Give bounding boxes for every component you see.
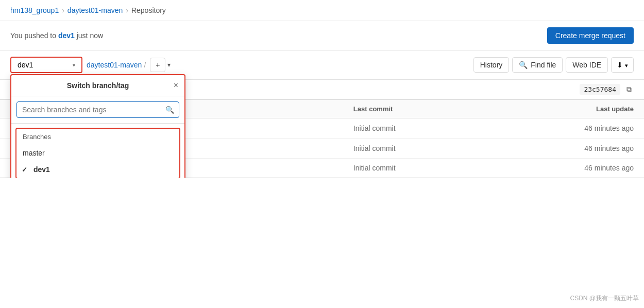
dropdown-close-button[interactable]: × (174, 81, 178, 90)
breadcrumb-sep-2: › (126, 6, 128, 14)
clone-icon: ⬇ (617, 61, 623, 69)
last-commit-cell: Initial commit (343, 159, 485, 178)
branch-label-dev1: dev1 (33, 165, 50, 174)
path-actions: + ▾ (150, 58, 171, 72)
branches-section-title: Branches (16, 129, 179, 145)
push-banner: You pushed to dev1 just now Create merge… (0, 21, 644, 50)
create-merge-request-button[interactable]: Create merge request (547, 27, 634, 44)
history-button[interactable]: History (473, 57, 510, 73)
more-options-button[interactable]: ⬇ ▾ (611, 57, 634, 73)
search-icon: 🔍 (165, 106, 174, 114)
search-icon: 🔍 (519, 61, 528, 69)
path-repo-link[interactable]: daytest01-maven (87, 61, 142, 69)
branches-section: Branches master ✓ dev1 (15, 128, 180, 178)
path-nav: daytest01-maven / + ▾ (87, 58, 171, 72)
chevron-more-icon: ▾ (625, 62, 628, 69)
push-banner-text: You pushed to dev1 just now (10, 31, 103, 40)
check-icon: ✓ (22, 166, 27, 174)
branch-item-dev1[interactable]: ✓ dev1 (16, 161, 179, 178)
breadcrumb-sep-1: › (62, 6, 64, 14)
branch-search-input[interactable] (16, 101, 179, 118)
web-ide-button[interactable]: Web IDE (566, 57, 608, 73)
commit-hash: 23c57684 (580, 84, 620, 95)
last-update-cell: 46 minutes ago (485, 118, 644, 139)
chevron-add-icon: ▾ (167, 61, 171, 69)
toolbar: dev1 ▾ Switch branch/tag × 🔍 Branches ma… (0, 50, 644, 80)
pushed-branch-link[interactable]: dev1 (58, 31, 75, 40)
branch-dropdown: Switch branch/tag × 🔍 Branches master ✓ … (10, 74, 185, 178)
right-actions: History 🔍 Find file Web IDE ⬇ ▾ (473, 57, 634, 73)
dropdown-search-area: 🔍 (11, 96, 184, 124)
chevron-down-icon: ▾ (73, 62, 75, 68)
branch-label-master: master (23, 149, 45, 157)
breadcrumb: hm138_group1 › daytest01-maven › Reposit… (0, 0, 644, 21)
copy-commit-hash-button[interactable]: ⧉ (624, 84, 634, 95)
breadcrumb-link-project[interactable]: daytest01-maven (67, 6, 123, 14)
add-file-button[interactable]: + (150, 58, 165, 72)
dropdown-header: Switch branch/tag × (11, 75, 184, 96)
branch-item-master[interactable]: master (16, 145, 179, 161)
branch-dropdown-button[interactable]: dev1 ▾ (10, 57, 82, 73)
breadcrumb-link-group[interactable]: hm138_group1 (10, 6, 59, 14)
last-update-cell: 46 minutes ago (485, 159, 644, 178)
breadcrumb-current: Repository (131, 6, 166, 14)
path-separator: / (144, 61, 146, 69)
col-last-update: Last update (485, 100, 644, 118)
current-branch-label: dev1 (18, 61, 33, 69)
last-commit-cell: Initial commit (343, 118, 485, 139)
last-commit-cell: Initial commit (343, 139, 485, 159)
col-last-commit: Last commit (343, 100, 485, 118)
last-update-cell: 46 minutes ago (485, 139, 644, 159)
branch-selector[interactable]: dev1 ▾ Switch branch/tag × 🔍 Branches ma… (10, 57, 82, 73)
find-file-button[interactable]: 🔍 Find file (512, 57, 563, 73)
